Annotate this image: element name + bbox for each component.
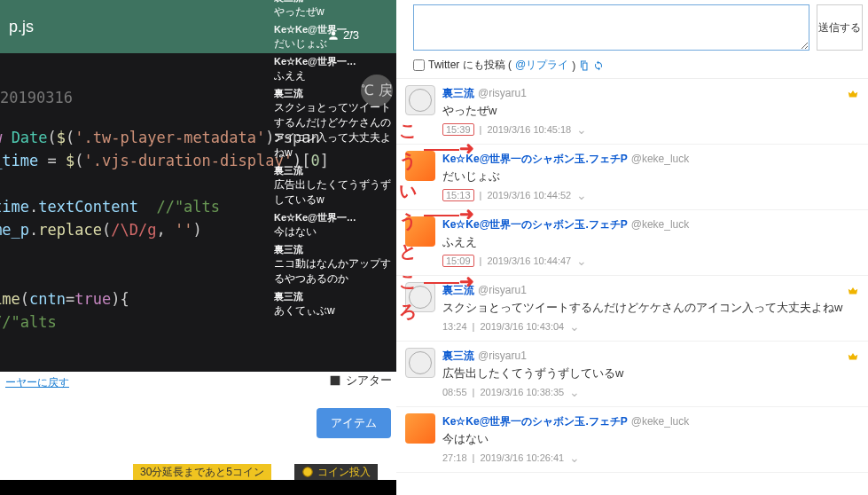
comment-meta: 15:09 | 2019/3/16 10:44:47 ⌄ (442, 254, 859, 268)
comment-author[interactable]: 裏三流 (442, 87, 474, 99)
crown-icon (847, 88, 859, 100)
theater-toggle[interactable]: シアター (328, 373, 392, 389)
comment-handle[interactable]: @keke_luck (631, 415, 690, 428)
overlay-chat-body: ニコ動はなんかアップするやつあるのか (274, 256, 393, 287)
overlay-chat-body: やったぜw (274, 4, 393, 20)
refresh-icon[interactable] (593, 60, 604, 71)
overlay-chat-name: Ke☆Ke@世界一… (274, 211, 393, 224)
coin-insert-button[interactable]: コイン投入 (294, 464, 378, 480)
crown-icon (847, 285, 859, 297)
avatar[interactable] (405, 413, 435, 444)
item-button[interactable]: アイテム (317, 408, 391, 438)
overlay-chat-name: 裏三流 (274, 0, 393, 4)
comment-date: 2019/3/16 10:44:47 (487, 255, 571, 266)
comment-date: 2019/3/16 10:43:04 (480, 321, 564, 332)
annotation-letter: と (396, 236, 418, 266)
svg-point-0 (303, 468, 313, 477)
overlay-chat-msg: 裏三流広告出したくてうずうずしているw (270, 162, 396, 209)
comment-text: ふええ (442, 234, 859, 250)
comment-text: だいじょぶ (442, 169, 859, 185)
comment-meta: 27:18 | 2019/3/16 10:26:41 ⌄ (442, 451, 859, 465)
annotation-letter: こ (396, 266, 418, 296)
overlay-chat-body: スクショとってツイートするんだけどケケさんのアイコン入って大丈夫よねw (274, 100, 393, 161)
twitter-label: Twitter にも投稿 ( (428, 58, 512, 73)
black-bottom-bar (0, 480, 396, 495)
chevron-down-icon[interactable]: ⌄ (576, 254, 587, 268)
comment-date: 2019/3/16 10:26:41 (480, 452, 564, 463)
comment-handle[interactable]: @risyaru1 (478, 284, 527, 296)
comment-author[interactable]: 裏三流 (442, 350, 474, 362)
comment-handle[interactable]: @risyaru1 (478, 87, 527, 99)
overlay-chat-name: 裏三流 (274, 243, 393, 256)
overlay-chat-msg: Ke☆Ke@世界一…だいじょぶ (270, 21, 396, 53)
chevron-down-icon[interactable]: ⌄ (569, 385, 580, 399)
comment-date: 2019/3/16 10:44:52 (487, 190, 571, 200)
theater-icon (328, 373, 342, 388)
overlay-chat-name: Ke☆Ke@世界一… (274, 55, 393, 68)
live-timestamp: 15:09 (442, 255, 474, 267)
comment-body: Ke☆Ke@世界一のシャボン玉.フェチP@keke_luck今はない27:18 … (442, 414, 859, 465)
twitter-crosspost-row: Twitter にも投稿 (@リプライ) (396, 56, 868, 78)
comment-handle[interactable]: @keke_luck (631, 153, 690, 165)
chevron-down-icon[interactable]: ⌄ (576, 122, 587, 137)
comment-row[interactable]: 裏三流@risyaru1広告出したくてうずうずしているw08:55 | 2019… (396, 342, 868, 407)
avatar[interactable] (405, 348, 435, 378)
comment-input[interactable] (413, 4, 809, 51)
comment-body: 裏三流@risyaru1スクショとってツイートするんだけどケケさんのアイコン入っ… (442, 283, 859, 334)
comment-body: Ke☆Ke@世界一のシャボン玉.フェチP@keke_luckだいじょぶ15:13… (442, 152, 859, 202)
avatar[interactable] (405, 85, 435, 115)
live-timestamp: 15:39 (442, 123, 474, 136)
coin-icon (301, 466, 314, 478)
comment-body: Ke☆Ke@世界一のシャボン玉.フェチP@keke_luckふええ15:09 |… (442, 217, 859, 268)
overlay-chat-body: 広告出したくてうずうずしているw (274, 177, 393, 208)
video-player-pane: p.js 2/3 ℃ 戻 20190316 new Date($('.tw-pl… (0, 0, 396, 495)
overlay-chat-name: Ke☆Ke@世界一… (274, 23, 393, 36)
overlay-chat-msg: 裏三流ニコ動はなんかアップするやつあるのか (270, 241, 396, 288)
comment-body: 裏三流@risyaru1やったぜw15:39 | 2019/3/16 10:45… (442, 86, 859, 137)
twitter-reply-link[interactable]: @リプライ (515, 58, 568, 73)
overlay-chat-body: あくてぃぶw (274, 303, 393, 318)
comment-body: 裏三流@risyaru1広告出したくてうずうずしているw08:55 | 2019… (442, 349, 859, 399)
comment-meta: 15:13 | 2019/3/16 10:44:52 ⌄ (442, 188, 859, 202)
overlay-chat-msg: Ke☆Ke@世界一…ふええ (270, 53, 396, 85)
comment-pane: 送信する Twitter にも投稿 (@リプライ) 裏三流@risyaru1やっ… (396, 0, 868, 495)
comment-date: 2019/3/16 10:38:35 (480, 387, 564, 397)
submit-button[interactable]: 送信する (817, 4, 863, 51)
annotation-letter: う (396, 145, 418, 176)
annotation-letter: う (396, 206, 418, 236)
twitter-checkbox[interactable] (413, 59, 425, 71)
overlay-chat-msg: 裏三流やったぜw (270, 0, 396, 21)
comment-author[interactable]: Ke☆Ke@世界一のシャボン玉.フェチP (442, 415, 628, 428)
comment-text: スクショとってツイートするんだけどケケさんのアイコン入って大丈夫よねw (442, 300, 859, 316)
comment-date: 2019/3/16 10:45:18 (487, 124, 571, 135)
overlay-chat: 裏三流やったぜwKe☆Ke@世界一…だいじょぶKe☆Ke@世界一…ふええ裏三流ス… (270, 0, 396, 320)
copy-icon[interactable] (579, 60, 590, 71)
chevron-down-icon[interactable]: ⌄ (569, 319, 580, 334)
comment-row[interactable]: Ke☆Ke@世界一のシャボン玉.フェチP@keke_luck今はない27:18 … (396, 407, 868, 473)
comment-text: 広告出したくてうずうずしているw (442, 365, 859, 381)
player-restore-link[interactable]: ーヤーに戻す (0, 372, 74, 394)
live-timestamp: 15:13 (442, 189, 474, 201)
chevron-down-icon[interactable]: ⌄ (576, 188, 587, 202)
chevron-down-icon[interactable]: ⌄ (569, 451, 580, 465)
annotation-letter: い (396, 176, 418, 206)
overlay-chat-msg: 裏三流あくてぃぶw (270, 288, 396, 320)
overlay-chat-name: 裏三流 (274, 87, 393, 100)
live-timestamp: 08:55 (442, 387, 467, 397)
overlay-chat-name: 裏三流 (274, 164, 393, 177)
comment-handle[interactable]: @keke_luck (631, 218, 690, 231)
comment-meta: 08:55 | 2019/3/16 10:38:35 ⌄ (442, 385, 859, 399)
comment-meta: 13:24 | 2019/3/16 10:43:04 ⌄ (442, 319, 859, 334)
live-timestamp: 13:24 (442, 321, 467, 332)
comment-handle[interactable]: @risyaru1 (478, 350, 527, 362)
annotation-letter: ろ (396, 296, 418, 326)
annotation-letter: こ (396, 115, 418, 145)
overlay-chat-body: だいじょぶ (274, 36, 393, 51)
comment-text: 今はない (442, 431, 859, 447)
filename: p.js (9, 18, 34, 36)
crown-icon (847, 350, 859, 363)
overlay-chat-msg: Ke☆Ke@世界一…今はない (270, 209, 396, 241)
overlay-chat-body: 今はない (274, 224, 393, 240)
comment-row[interactable]: 裏三流@risyaru1やったぜw15:39 | 2019/3/16 10:45… (396, 79, 868, 145)
annotation-vertical: こういうところ (396, 115, 418, 326)
